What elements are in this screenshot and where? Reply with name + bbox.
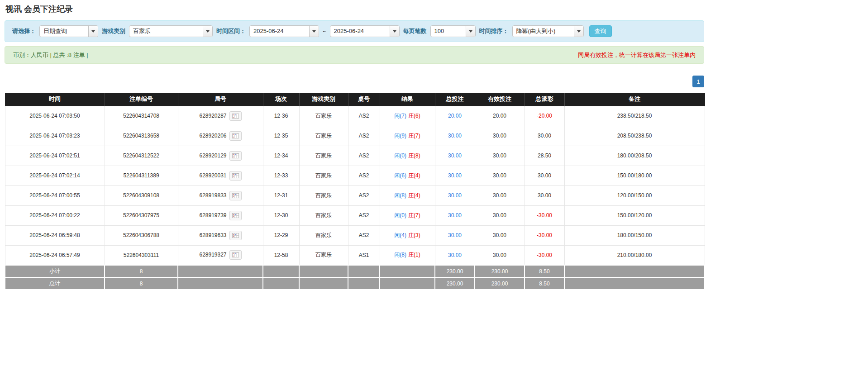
road-map-button[interactable] xyxy=(229,191,242,200)
result-player: 闲(7) xyxy=(394,113,406,119)
result-banker: 庄(6) xyxy=(408,113,420,119)
cell-time: 2025-06-24 07:02:51 xyxy=(5,146,105,166)
road-map-button[interactable] xyxy=(229,171,242,181)
cell-bet-id: 522604303111 xyxy=(105,245,178,265)
total-bet-link[interactable]: 30.00 xyxy=(448,212,462,219)
round-id-text: 628920129 xyxy=(199,152,226,158)
table-row: 2025-06-24 06:59:48 522604306788 6289196… xyxy=(5,225,705,245)
caret-icon xyxy=(469,30,472,33)
page-size-select[interactable]: 100 xyxy=(430,25,476,37)
cell-time: 2025-06-24 07:03:23 xyxy=(5,126,105,146)
road-map-icon xyxy=(232,153,239,158)
total-bet-link[interactable]: 30.00 xyxy=(448,133,462,139)
cell-game-type: 百家乐 xyxy=(299,146,348,166)
total-row: 总计 8 230.00 230.00 8.50 xyxy=(5,277,705,290)
header-remark: 备注 xyxy=(564,93,705,106)
result-banker: 庄(3) xyxy=(408,232,420,238)
chevron-down-icon[interactable] xyxy=(203,26,212,37)
road-map-button[interactable] xyxy=(229,111,242,121)
result-player: 闲(4) xyxy=(394,232,406,238)
cell-round-id: 628920129 xyxy=(178,146,263,166)
cell-result: 闲(8)庄(4) xyxy=(380,185,435,205)
road-map-button[interactable] xyxy=(229,151,242,161)
cell-payout: 28.50 xyxy=(525,146,564,166)
page-button-1[interactable]: 1 xyxy=(692,76,704,87)
total-label: 总计 xyxy=(5,277,105,290)
table-row: 2025-06-24 07:02:51 522604312522 6289201… xyxy=(5,146,705,166)
total-bet-link[interactable]: 30.00 xyxy=(448,232,462,238)
date-range-label: 时间区间： xyxy=(216,27,246,35)
date-from-select[interactable]: 2025-06-24 xyxy=(249,25,319,37)
road-map-button[interactable] xyxy=(229,250,242,260)
game-type-value: 百家乐 xyxy=(129,26,203,37)
cell-remark: 150.00/120.00 xyxy=(564,205,705,225)
cell-session: 12-36 xyxy=(263,106,299,126)
chevron-down-icon[interactable] xyxy=(88,26,98,37)
total-bet-link[interactable]: 30.00 xyxy=(448,192,462,199)
date-to-value: 2025-06-24 xyxy=(330,26,390,37)
cell-round-id: 628919833 xyxy=(178,185,263,205)
round-id-text: 628920287 xyxy=(199,112,226,119)
cell-round-id: 628919739 xyxy=(178,205,263,225)
round-id-text: 628919327 xyxy=(199,252,226,258)
cell-table-no: AS2 xyxy=(348,185,380,205)
total-bet-link[interactable]: 30.00 xyxy=(448,172,462,179)
cell-session: 12-34 xyxy=(263,146,299,166)
round-id-text: 628920031 xyxy=(199,172,226,178)
date-to-select[interactable]: 2025-06-24 xyxy=(330,25,400,37)
query-type-select[interactable]: 日期查询 xyxy=(39,25,98,37)
cell-result: 闲(0)庄(7) xyxy=(380,205,435,225)
result-banker: 庄(1) xyxy=(408,252,420,258)
summary-currency-count-text: 币别：人民币 | 总共 :8 注单 | xyxy=(13,51,88,59)
total-bet-link[interactable]: 30.00 xyxy=(448,152,462,159)
cell-valid-bet: 30.00 xyxy=(475,146,525,166)
cell-valid-bet: 30.00 xyxy=(475,126,525,146)
header-table-no: 桌号 xyxy=(348,93,380,106)
round-id-text: 628920206 xyxy=(199,132,226,138)
road-map-icon xyxy=(232,173,239,178)
caret-icon xyxy=(91,30,95,33)
cell-bet-id: 522604307975 xyxy=(105,205,178,225)
bet-records-table: 时间 注单编号 局号 场次 游戏类别 桌号 结果 总投注 有效投注 总派彩 备注… xyxy=(5,93,705,290)
road-map-icon xyxy=(232,114,239,119)
cell-table-no: AS2 xyxy=(348,205,380,225)
chevron-down-icon[interactable] xyxy=(466,26,475,37)
cell-bet-id: 522604311389 xyxy=(105,166,178,185)
caret-icon xyxy=(577,30,581,33)
table-header-row: 时间 注单编号 局号 场次 游戏类别 桌号 结果 总投注 有效投注 总派彩 备注 xyxy=(5,93,705,106)
result-banker: 庄(7) xyxy=(408,212,420,219)
cell-result: 闲(8)庄(1) xyxy=(380,245,435,265)
cell-valid-bet: 30.00 xyxy=(475,166,525,185)
total-bet-link[interactable]: 20.00 xyxy=(448,113,462,119)
subtotal-payout: 8.50 xyxy=(525,265,564,277)
query-type-label: 请选择： xyxy=(12,27,36,35)
cell-session: 12-31 xyxy=(263,185,299,205)
cell-table-no: AS1 xyxy=(348,245,380,265)
empty-cell xyxy=(178,277,263,290)
cell-session: 12-30 xyxy=(263,205,299,225)
cell-payout: -30.00 xyxy=(525,205,564,225)
road-map-button[interactable] xyxy=(229,231,242,240)
chevron-down-icon[interactable] xyxy=(390,26,399,37)
road-map-button[interactable] xyxy=(229,211,242,220)
game-type-select[interactable]: 百家乐 xyxy=(129,25,213,37)
cell-remark: 180.00/208.50 xyxy=(564,146,705,166)
pagination: 1 xyxy=(5,76,704,87)
total-bet-link[interactable]: 30.00 xyxy=(448,252,462,258)
cell-result: 闲(4)庄(3) xyxy=(380,225,435,245)
cell-total-bet: 30.00 xyxy=(435,185,475,205)
chevron-down-icon[interactable] xyxy=(574,26,583,37)
header-game-type: 游戏类别 xyxy=(299,93,348,106)
cell-remark: 180.00/150.00 xyxy=(564,225,705,245)
cell-round-id: 628920031 xyxy=(178,166,263,185)
chevron-down-icon[interactable] xyxy=(309,26,319,37)
sort-order-select[interactable]: 降冪(由大到小) xyxy=(512,25,584,37)
road-map-button[interactable] xyxy=(229,131,242,141)
cell-remark: 210.00/180.00 xyxy=(564,245,705,265)
empty-cell xyxy=(299,277,348,290)
round-id-text: 628919833 xyxy=(199,192,226,198)
result-player: 闲(6) xyxy=(394,172,406,179)
cell-table-no: AS2 xyxy=(348,146,380,166)
cell-session: 12-35 xyxy=(263,126,299,146)
search-button[interactable]: 查询 xyxy=(589,25,612,37)
